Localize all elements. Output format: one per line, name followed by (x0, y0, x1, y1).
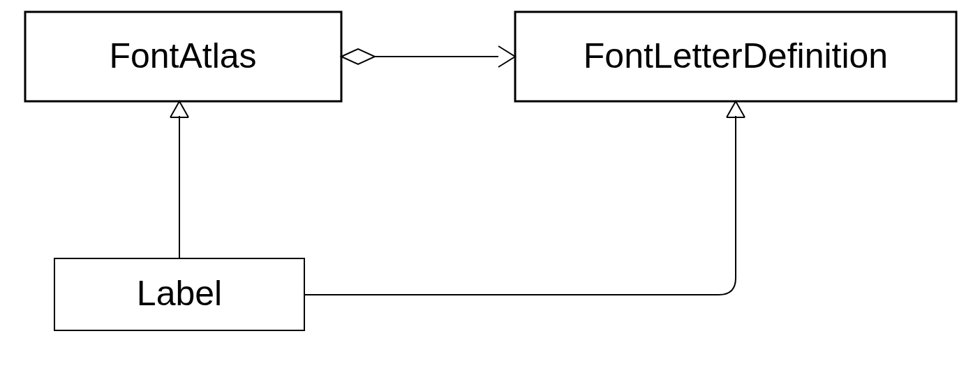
edge-aggregation (341, 46, 515, 67)
node-fontatlas: FontAtlas (25, 12, 341, 101)
label-label: Label (137, 274, 222, 313)
edge-label-to-fontletterdefinition (304, 101, 745, 295)
fontletterdefinition-label: FontLetterDefinition (584, 36, 888, 75)
fontatlas-label: FontAtlas (109, 36, 256, 75)
node-label: Label (54, 258, 304, 330)
edge-label-to-fontatlas (170, 101, 188, 258)
svg-marker-3 (341, 49, 375, 64)
uml-diagram: FontAtlas FontLetterDefinition Label (0, 0, 980, 373)
node-fontletterdefinition: FontLetterDefinition (515, 12, 956, 101)
